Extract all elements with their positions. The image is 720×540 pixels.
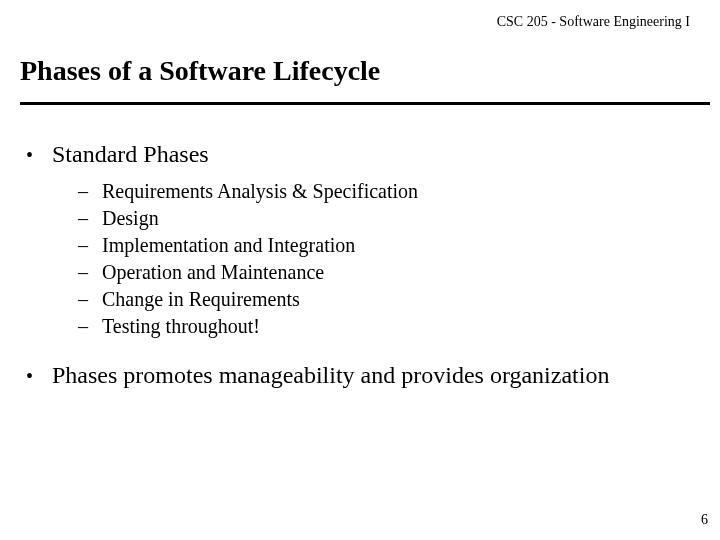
bullet-manageability: • Phases promotes manageability and prov… (20, 362, 710, 389)
sub-bullet-item: – Implementation and Integration (78, 232, 710, 259)
dash-icon: – (78, 232, 102, 259)
bullet-standard-phases: • Standard Phases (20, 141, 710, 168)
sub-bullet-text: Implementation and Integration (102, 232, 355, 259)
sub-bullet-text: Requirements Analysis & Specification (102, 178, 418, 205)
dash-icon: – (78, 313, 102, 340)
bullet-dot-icon: • (20, 145, 52, 165)
title-rule (20, 102, 710, 105)
slide: CSC 205 - Software Engineering I Phases … (0, 0, 720, 540)
sub-bullet-item: – Change in Requirements (78, 286, 710, 313)
bullet-dot-icon: • (20, 366, 52, 386)
slide-title: Phases of a Software Lifecycle (20, 55, 380, 87)
dash-icon: – (78, 205, 102, 232)
dash-icon: – (78, 178, 102, 205)
sub-bullet-item: – Testing throughout! (78, 313, 710, 340)
course-header: CSC 205 - Software Engineering I (497, 14, 690, 30)
bullet-text: Phases promotes manageability and provid… (52, 362, 609, 389)
sub-bullet-text: Change in Requirements (102, 286, 300, 313)
sub-bullet-text: Testing throughout! (102, 313, 260, 340)
dash-icon: – (78, 259, 102, 286)
sub-bullet-item: – Design (78, 205, 710, 232)
dash-icon: – (78, 286, 102, 313)
sub-bullet-list: – Requirements Analysis & Specification … (78, 178, 710, 340)
sub-bullet-text: Operation and Maintenance (102, 259, 324, 286)
sub-bullet-item: – Operation and Maintenance (78, 259, 710, 286)
sub-bullet-item: – Requirements Analysis & Specification (78, 178, 710, 205)
bullet-text: Standard Phases (52, 141, 209, 168)
page-number: 6 (701, 512, 708, 528)
content-area: • Standard Phases – Requirements Analysi… (20, 135, 710, 393)
sub-bullet-text: Design (102, 205, 159, 232)
